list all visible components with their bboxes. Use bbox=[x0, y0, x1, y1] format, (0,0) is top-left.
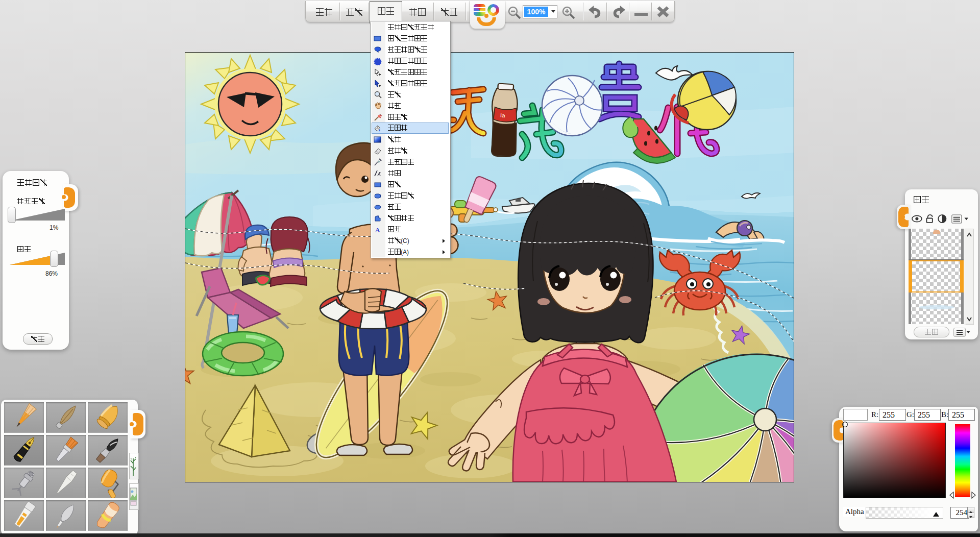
svg-text:A: A bbox=[375, 226, 380, 234]
svg-text:la: la bbox=[500, 112, 506, 118]
